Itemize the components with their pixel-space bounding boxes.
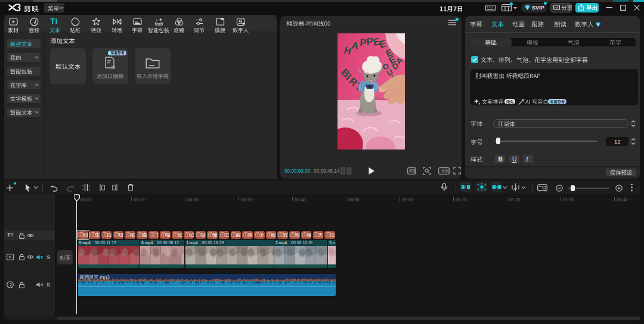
svg-text:00:10: 00:10	[134, 197, 145, 202]
svg-text:01:20: 01:20	[509, 197, 521, 202]
svg-text:00:00: 00:00	[80, 197, 91, 202]
svg-text:00:50: 00:50	[348, 197, 360, 202]
svg-text:01:10: 01:10	[456, 197, 467, 202]
svg-text:00:20: 00:20	[187, 197, 199, 202]
svg-text:01:40: 01:40	[617, 197, 628, 202]
svg-text:01:00: 01:00	[402, 197, 413, 202]
svg-text:01:30: 01:30	[563, 197, 574, 202]
svg-text:00:40: 00:40	[295, 197, 306, 202]
svg-text:00:30: 00:30	[241, 197, 252, 202]
